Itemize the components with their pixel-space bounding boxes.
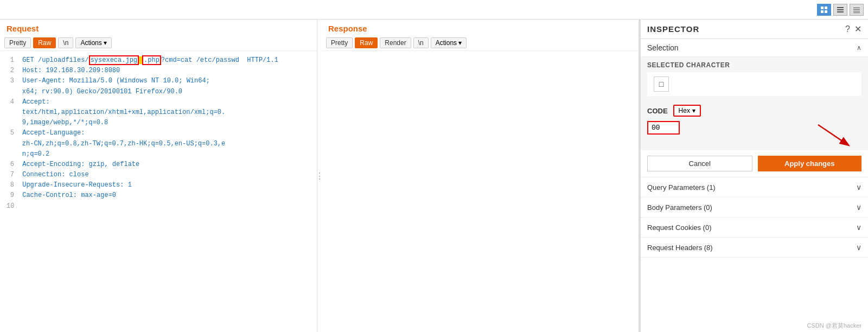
response-toolbar: Pretty Raw Render \n Actions ▾ [322,35,639,51]
body-parameters-header[interactable]: Body Parameters (0) ∨ [641,197,868,217]
top-bar [0,0,868,20]
request-headers-chevron-icon: ∨ [856,243,861,252]
svg-line-12 [818,125,848,145]
code-text [22,202,26,210]
line-number: 3 [7,76,14,86]
close-icon: ✕ [854,24,861,34]
response-tab-render[interactable]: Render [380,37,411,48]
selected-char-value: □ [659,80,663,88]
query-parameters-chevron-icon: ∨ [856,183,861,191]
code-text: Accept-Language: zh-CN,zh;q=0.8,zh-TW;q=… [7,129,225,157]
highlight-sysexeca: sysexeca.jpg [89,55,139,65]
selection-title: Selection [647,43,679,52]
request-actions-chevron: ▾ [104,39,107,47]
request-actions-label: Actions [80,39,101,47]
selection-section-header[interactable]: Selection ∧ [641,39,868,57]
line-number: 10 [7,201,14,212]
code-text: Upgrade-Insecure-Requests: 1 [22,181,132,189]
request-tab-raw[interactable]: Raw [33,37,56,48]
inspector-help-button[interactable]: ? [845,24,850,34]
view-icons [817,4,864,16]
view-compact-button[interactable] [850,4,864,16]
request-tab-newline[interactable]: \n [58,37,73,48]
main-content: Request Pretty Raw \n Actions ▾ 1 GET /u… [0,20,868,332]
hex-dropdown[interactable]: Hex ▾ [673,105,701,117]
request-toolbar: Pretty Raw \n Actions ▾ [0,35,317,51]
response-actions-chevron: ▾ [458,39,462,47]
cancel-button[interactable]: Cancel [647,156,752,171]
table-row: 8 Upgrade-Insecure-Requests: 1 [7,180,310,190]
table-row: 2 Host: 192.168.30.209:8080 [7,66,310,76]
code-text: Accept-Encoding: gzip, deflate [22,161,139,168]
table-row: 6 Accept-Encoding: gzip, deflate [7,159,310,170]
table-row: 10 [7,201,310,212]
view-grid-button[interactable] [817,4,831,16]
red-arrow-icon [813,122,856,147]
svg-rect-5 [837,9,844,10]
inspector-header: INSPECTOR ? ✕ [641,20,868,39]
request-headers-section: Request Headers (8) ∨ [641,238,868,258]
svg-rect-0 [821,7,824,9]
selected-char-label: SELECTED CHARACTER [647,61,861,69]
view-list-button[interactable] [833,4,847,16]
apply-changes-button[interactable]: Apply changes [758,156,862,171]
svg-rect-7 [853,8,860,8]
svg-rect-6 [837,11,844,12]
inspector-title: INSPECTOR [647,24,699,34]
selected-char-inner: □ [647,72,861,96]
code-row: CODE Hex ▾ [647,105,861,117]
help-icon: ? [845,24,850,34]
query-parameters-header[interactable]: Query Parameters (1) ∨ [641,177,868,197]
svg-rect-9 [853,11,860,11]
code-text: Connection: close [22,171,88,178]
request-headers-title: Request Headers (8) [647,244,713,252]
request-tab-pretty[interactable]: Pretty [4,37,31,48]
response-tab-raw[interactable]: Raw [355,37,378,48]
inspector-panel: INSPECTOR ? ✕ Selection ∧ SELECTED CHARA… [640,20,868,332]
svg-rect-10 [853,12,860,13]
request-actions-button[interactable]: Actions ▾ [75,37,111,48]
response-actions-button[interactable]: Actions ▾ [431,37,467,48]
svg-rect-8 [853,9,860,10]
query-parameters-title: Query Parameters (1) [647,183,716,191]
table-row: 7 Connection: close [7,170,310,180]
code-label: CODE [647,107,668,115]
code-text: Cache-Control: max-age=0 [22,191,116,199]
line-number: 7 [7,170,14,180]
code-input[interactable] [647,121,680,135]
response-tab-newline[interactable]: \n [413,37,429,48]
selected-char-area: SELECTED CHARACTER □ [641,57,868,100]
line-number: 1 [7,55,14,66]
body-parameters-chevron-icon: ∨ [856,203,861,212]
drag-handle[interactable]: ⋮ [317,20,322,332]
body-parameters-title: Body Parameters (0) [647,203,712,212]
line-number: 5 [7,128,14,138]
table-row: 4 Accept: text/html,application/xhtml+xm… [7,97,310,129]
selected-char-box: □ [654,76,669,92]
svg-rect-4 [837,7,844,8]
request-cookies-header[interactable]: Request Cookies (0) ∨ [641,218,868,237]
line-number: 2 [7,66,14,76]
request-panel: Request Pretty Raw \n Actions ▾ 1 GET /u… [0,20,317,332]
svg-rect-2 [821,10,824,13]
code-area: CODE Hex ▾ [641,100,868,150]
svg-rect-3 [825,10,827,13]
response-panel: Response Pretty Raw Render \n Actions ▾ [322,20,640,332]
code-text: GET /uploadfiles/sysexeca.jpg.php?cmd=ca… [22,56,278,64]
request-title: Request [0,20,317,35]
response-content [322,51,639,332]
table-row: 3 User-Agent: Mozilla/5.0 (Windows NT 10… [7,76,310,97]
action-buttons: Cancel Apply changes [641,150,868,177]
request-content: 1 GET /uploadfiles/sysexeca.jpg.php?cmd=… [0,51,317,332]
hex-chevron-icon: ▾ [692,107,695,114]
code-text: Host: 192.168.30.209:8080 [22,67,120,74]
query-parameters-section: Query Parameters (1) ∨ [641,177,868,197]
response-tab-pretty[interactable]: Pretty [326,37,353,48]
watermark: CSDN @君莫hacker [641,320,868,332]
code-text: Accept: text/html,application/xhtml+xml,… [7,98,225,126]
request-headers-header[interactable]: Request Headers (8) ∨ [641,238,868,257]
response-actions-label: Actions [436,39,457,47]
line-number: 8 [7,180,14,190]
highlight-php: .php [142,55,161,65]
inspector-close-button[interactable]: ✕ [854,24,861,34]
